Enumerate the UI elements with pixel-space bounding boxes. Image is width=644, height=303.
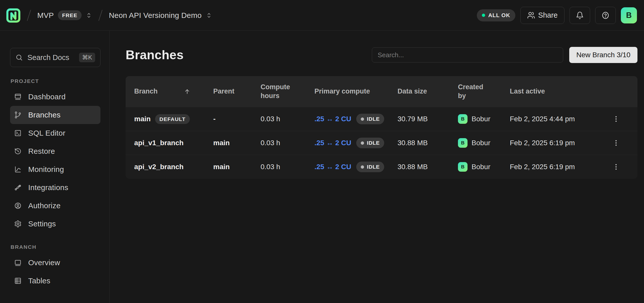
creator-avatar: B xyxy=(458,162,468,172)
creator-avatar: B xyxy=(458,114,468,124)
column-header-compute-hours: Compute hours xyxy=(261,83,314,100)
idle-label: IDLE xyxy=(367,140,380,146)
breadcrumb-org[interactable]: MVP FREE xyxy=(37,10,92,20)
branch-name: main xyxy=(134,115,151,123)
creator-avatar: B xyxy=(458,138,468,148)
branch-name: api_v1_branch xyxy=(134,139,184,147)
help-button[interactable] xyxy=(595,7,616,24)
status-ok-dot xyxy=(482,14,485,17)
status-label: ALL OK xyxy=(488,12,510,19)
branch-search-input[interactable] xyxy=(372,47,563,63)
dashboard-icon xyxy=(14,93,22,101)
sidebar-item-dashboard[interactable]: Dashboard xyxy=(10,88,100,106)
table-row[interactable]: main DEFAULT - 0.03 h .25 ↔ 2 CU IDLE 30… xyxy=(126,107,637,131)
idle-label: IDLE xyxy=(367,116,380,122)
help-icon xyxy=(601,11,610,19)
sidebar-item-integrations[interactable]: Integrations xyxy=(10,178,100,197)
user-avatar[interactable]: B xyxy=(621,7,637,23)
sidebar-item-overview[interactable]: Overview xyxy=(10,254,100,272)
top-header: MVP FREE Neon API Versioning Demo ALL OK xyxy=(0,0,644,31)
breadcrumb-separator xyxy=(98,10,102,21)
sidebar-item-authorize[interactable]: Authorize xyxy=(10,197,100,215)
neon-logo[interactable] xyxy=(6,7,21,23)
breadcrumb-project[interactable]: Neon API Versioning Demo xyxy=(109,11,212,20)
terminal-icon xyxy=(14,129,22,137)
table-row[interactable]: api_v1_branch main 0.03 h .25 ↔ 2 CU IDL… xyxy=(126,131,637,155)
compute-range: .25 ↔ 2 CU xyxy=(314,163,351,171)
org-name: MVP xyxy=(37,11,54,20)
compute-status-badge: IDLE xyxy=(356,162,384,172)
idle-label: IDLE xyxy=(367,164,380,170)
sidebar-item-branches[interactable]: Branches xyxy=(10,106,100,124)
sidebar-item-restore[interactable]: Restore xyxy=(10,142,100,160)
shortcut-badge: ⌘K xyxy=(79,53,95,62)
column-header-primary-compute: Primary compute xyxy=(314,87,398,96)
chevrons-up-down-icon[interactable] xyxy=(86,12,92,19)
compute-range: .25 ↔ 2 CU xyxy=(314,139,351,147)
column-header-branch[interactable]: Branch xyxy=(134,87,213,96)
column-header-created-by: Created by xyxy=(458,83,510,100)
section-label-project: PROJECT xyxy=(11,78,100,84)
sidebar-item-label: Tables xyxy=(28,277,50,285)
default-badge: DEFAULT xyxy=(155,114,190,124)
last-active: Feb 2, 2025 6:19 pm xyxy=(510,163,603,171)
chart-icon xyxy=(14,166,22,173)
sort-ascending-icon xyxy=(184,88,191,95)
sidebar-item-label: Settings xyxy=(28,220,56,228)
creator-name: Bobur xyxy=(472,163,490,171)
section-label-branch: BRANCH xyxy=(11,244,100,250)
sidebar-item-monitoring[interactable]: Monitoring xyxy=(10,160,100,178)
sidebar-item-label: Integrations xyxy=(28,183,68,192)
sidebar-item-settings[interactable]: Settings xyxy=(10,215,100,233)
history-icon xyxy=(14,147,22,155)
status-badge[interactable]: ALL OK xyxy=(477,9,515,21)
notifications-button[interactable] xyxy=(569,7,590,24)
last-active: Feb 2, 2025 4:44 pm xyxy=(510,115,603,123)
plan-badge: FREE xyxy=(58,10,82,20)
breadcrumb-separator xyxy=(27,10,31,21)
new-branch-button[interactable]: New Branch 3/10 xyxy=(569,47,637,63)
compute-status-badge: IDLE xyxy=(356,138,384,148)
sidebar-item-label: SQL Editor xyxy=(28,129,65,137)
parent-branch: main xyxy=(213,139,261,147)
sidebar-item-label: Overview xyxy=(28,258,60,267)
search-icon xyxy=(15,54,23,61)
data-size: 30.79 MB xyxy=(398,115,458,123)
project-name: Neon API Versioning Demo xyxy=(109,11,201,20)
sidebar-item-label: Authorize xyxy=(28,201,61,210)
row-menu-button[interactable] xyxy=(611,136,622,150)
sidebar-item-label: Restore xyxy=(28,147,55,156)
column-header-last-active: Last active xyxy=(510,87,603,96)
branches-table: Branch Parent Compute hours Primary comp… xyxy=(126,76,637,179)
last-active: Feb 2, 2025 6:19 pm xyxy=(510,139,603,147)
table-header-row: Branch Parent Compute hours Primary comp… xyxy=(126,76,637,107)
overview-icon xyxy=(14,259,22,266)
row-menu-button[interactable] xyxy=(611,112,622,126)
parent-branch: main xyxy=(213,163,261,171)
sidebar-item-label: Dashboard xyxy=(28,93,66,101)
search-docs-label: Search Docs xyxy=(27,53,75,62)
row-menu-button[interactable] xyxy=(611,160,622,174)
column-header-parent: Parent xyxy=(213,87,261,96)
compute-range: .25 ↔ 2 CU xyxy=(314,115,351,123)
sidebar-item-label: Branches xyxy=(28,111,60,119)
table-row[interactable]: api_v2_branch main 0.03 h .25 ↔ 2 CU IDL… xyxy=(126,155,637,179)
search-docs-button[interactable]: Search Docs ⌘K xyxy=(10,48,100,67)
idle-dot xyxy=(361,165,364,169)
idle-dot xyxy=(361,117,364,121)
creator-name: Bobur xyxy=(472,115,490,123)
branches-icon xyxy=(14,111,22,119)
sidebar: Search Docs ⌘K PROJECT Dashboard Branche… xyxy=(0,31,110,303)
chevrons-up-down-icon[interactable] xyxy=(206,12,212,19)
main-content: Branches New Branch 3/10 Branch Parent C… xyxy=(110,31,644,303)
compute-hours: 0.03 h xyxy=(261,163,314,171)
sidebar-item-tables[interactable]: Tables xyxy=(10,272,100,290)
integrations-icon xyxy=(14,184,22,191)
bell-icon xyxy=(576,11,584,19)
compute-hours: 0.03 h xyxy=(261,139,314,147)
sidebar-item-sql-editor[interactable]: SQL Editor xyxy=(10,124,100,142)
parent-branch: - xyxy=(213,115,261,123)
user-circle-icon xyxy=(14,202,22,209)
share-button[interactable]: Share xyxy=(520,7,564,24)
branch-name: api_v2_branch xyxy=(134,163,184,171)
